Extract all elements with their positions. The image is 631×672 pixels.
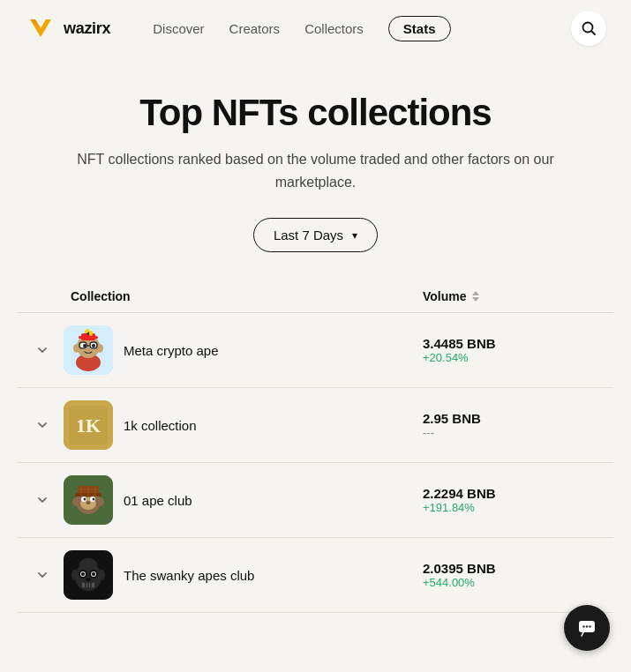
chevron-down-icon: ▾: [352, 229, 357, 242]
collection-thumbnail: [64, 325, 113, 375]
chat-icon: [576, 617, 597, 638]
search-icon: [581, 20, 597, 36]
collection-name: Meta crypto ape: [124, 343, 412, 358]
chat-button[interactable]: [564, 605, 610, 651]
page-title: Top NFTs collections: [25, 92, 606, 134]
logo[interactable]: wazirx: [25, 12, 110, 44]
column-volume: Volume: [423, 289, 599, 303]
table-header: Collection Volume: [18, 280, 613, 313]
table-row: Meta crypto ape 3.4485 BNB +20.54%: [18, 313, 613, 388]
chevron-down-icon: [37, 420, 48, 430]
collection-image: 1K: [64, 400, 113, 450]
svg-point-3: [583, 23, 593, 33]
collection-image: [64, 475, 113, 525]
table-row: 1K 1k collection 2.95 BNB ---: [18, 388, 613, 463]
svg-point-59: [582, 625, 584, 627]
volume-amount: 2.2294 BNB: [423, 486, 599, 501]
svg-point-29: [97, 497, 104, 506]
collections-table: Collection Volume: [0, 280, 631, 631]
nav-stats[interactable]: Stats: [388, 16, 451, 41]
search-button[interactable]: [571, 11, 606, 46]
collection-volume: 3.4485 BNB +20.54%: [423, 336, 599, 364]
volume-change: ---: [423, 426, 599, 439]
page-subtitle: NFT collections ranked based on the volu…: [60, 148, 572, 193]
volume-amount: 2.0395 BNB: [423, 561, 599, 576]
collection-volume: 2.95 BNB ---: [423, 411, 599, 439]
svg-point-60: [586, 625, 588, 627]
svg-point-44: [71, 570, 79, 580]
chevron-down-icon: [37, 570, 48, 580]
table-row: The swanky apes club 2.0395 BNB +544.00%: [18, 538, 613, 613]
svg-text:1K: 1K: [76, 414, 101, 437]
collection-image: [64, 325, 113, 375]
collection-image: [64, 550, 113, 600]
collection-name: 01 ape club: [124, 493, 412, 508]
expand-button[interactable]: [32, 345, 53, 355]
svg-point-61: [589, 625, 590, 627]
collection-name: 1k collection: [124, 418, 412, 433]
logo-text: wazirx: [64, 19, 110, 38]
hero-section: Top NFTs collections NFT collections ran…: [0, 56, 631, 280]
collection-name: The swanky apes club: [124, 568, 412, 583]
volume-change: +544.00%: [423, 576, 599, 589]
svg-point-57: [79, 558, 97, 571]
filter-label: Last 7 Days: [274, 228, 343, 243]
expand-button[interactable]: [32, 570, 53, 580]
volume-amount: 3.4485 BNB: [423, 336, 599, 351]
logo-icon: [25, 12, 56, 44]
nav-creators[interactable]: Creators: [229, 21, 281, 36]
volume-change: +191.84%: [423, 501, 599, 514]
svg-point-33: [84, 498, 86, 501]
svg-rect-19: [79, 336, 98, 339]
collection-thumbnail: [64, 550, 113, 600]
expand-button[interactable]: [32, 420, 53, 430]
volume-change: +20.54%: [423, 351, 599, 364]
collection-volume: 2.2294 BNB +191.84%: [423, 486, 599, 514]
svg-point-51: [92, 572, 95, 576]
svg-point-34: [93, 498, 95, 501]
collection-thumbnail: [64, 475, 113, 525]
svg-point-50: [81, 572, 85, 576]
svg-point-28: [72, 497, 79, 506]
svg-line-4: [592, 32, 596, 35]
volume-amount: 2.95 BNB: [423, 411, 599, 426]
time-filter-dropdown[interactable]: Last 7 Days ▾: [253, 218, 378, 252]
collection-thumbnail: 1K: [64, 400, 113, 450]
table-row: 01 ape club 2.2294 BNB +191.84%: [18, 463, 613, 538]
nav-collectors[interactable]: Collectors: [304, 21, 364, 36]
navbar: wazirx Discover Creators Collectors Stat…: [0, 0, 631, 56]
svg-point-45: [98, 570, 105, 580]
svg-point-52: [86, 578, 91, 581]
column-collection: Collection: [71, 289, 423, 303]
svg-point-13: [92, 344, 95, 347]
svg-point-35: [86, 501, 91, 504]
collection-volume: 2.0395 BNB +544.00%: [423, 561, 599, 589]
chevron-down-icon: [37, 345, 48, 355]
svg-point-22: [89, 331, 93, 336]
sort-icon[interactable]: [472, 291, 479, 302]
nav-discover[interactable]: Discover: [153, 21, 204, 36]
chevron-down-icon: [37, 495, 48, 505]
expand-button[interactable]: [32, 495, 53, 505]
nav-links: Discover Creators Collectors Stats: [153, 16, 543, 41]
svg-point-17: [86, 348, 90, 351]
